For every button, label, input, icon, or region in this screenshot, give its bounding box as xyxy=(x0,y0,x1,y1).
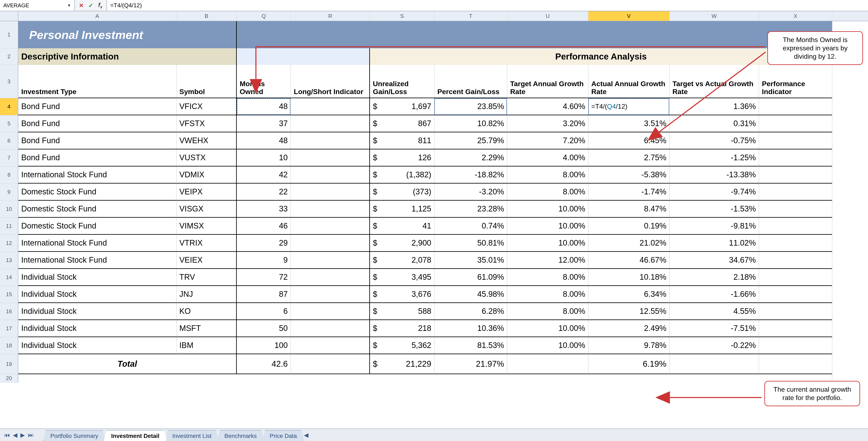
cell-R15[interactable] xyxy=(291,286,370,303)
cell-U16[interactable]: 8.00% xyxy=(507,303,588,320)
cell-U4[interactable]: 4.60% xyxy=(507,98,588,115)
cell-A4[interactable]: Bond Fund xyxy=(18,98,177,115)
cell-T6[interactable]: 25.79% xyxy=(434,133,507,149)
column-header-B[interactable]: B xyxy=(177,11,237,21)
cell-Q14[interactable]: 72 xyxy=(237,269,291,286)
cell-W14[interactable]: 2.18% xyxy=(670,269,759,286)
cell-X12[interactable] xyxy=(759,235,832,252)
cell-Q6[interactable]: 48 xyxy=(237,133,291,149)
cell-W12[interactable]: 11.02% xyxy=(670,235,759,252)
row-header-17[interactable]: 17 xyxy=(0,320,18,337)
cell-S6[interactable]: $811 xyxy=(370,133,434,149)
cell-X10[interactable] xyxy=(759,201,832,218)
cell-B7[interactable]: VUSTX xyxy=(177,149,237,167)
cell-W7[interactable]: -1.25% xyxy=(670,149,759,167)
cell-X6[interactable] xyxy=(759,133,832,149)
column-header-S[interactable]: S xyxy=(370,11,434,21)
cell-S9[interactable]: $(373) xyxy=(370,183,434,201)
sheet-tab-portfolio-summary[interactable]: Portfolio Summary xyxy=(43,430,106,441)
cell-Q7[interactable]: 10 xyxy=(237,149,291,167)
cell-V11[interactable]: 0.19% xyxy=(588,218,670,235)
total-V[interactable]: 6.19% xyxy=(588,354,670,374)
cell-R9[interactable] xyxy=(291,183,370,201)
cell-B8[interactable]: VDMIX xyxy=(177,167,237,183)
cell-A5[interactable]: Bond Fund xyxy=(18,115,177,133)
cell-R7[interactable] xyxy=(291,149,370,167)
row-header-18[interactable]: 18 xyxy=(0,337,18,354)
cell-T7[interactable]: 2.29% xyxy=(434,149,507,167)
cell-B16[interactable]: KO xyxy=(177,303,237,320)
total-U[interactable] xyxy=(507,354,588,374)
cell-V14[interactable]: 10.18% xyxy=(588,269,670,286)
cell-R12[interactable] xyxy=(291,235,370,252)
total-W[interactable] xyxy=(670,354,759,374)
cell-S17[interactable]: $218 xyxy=(370,320,434,337)
name-box-dropdown-icon[interactable]: ▼ xyxy=(67,3,71,8)
cell-T14[interactable]: 61.09% xyxy=(434,269,507,286)
cell-R17[interactable] xyxy=(291,320,370,337)
row-header-4[interactable]: 4 xyxy=(0,98,18,115)
cell-R8[interactable] xyxy=(291,167,370,183)
cell-X7[interactable] xyxy=(759,149,832,167)
cell-V17[interactable]: 2.49% xyxy=(588,320,670,337)
cell-W5[interactable]: 0.31% xyxy=(670,115,759,133)
cell-V6[interactable]: 6.45% xyxy=(588,133,670,149)
cell-V10[interactable]: 8.47% xyxy=(588,201,670,218)
cell-R10[interactable] xyxy=(291,201,370,218)
cell-S15[interactable]: $3,676 xyxy=(370,286,434,303)
cell-R6[interactable] xyxy=(291,133,370,149)
cell-U9[interactable]: 8.00% xyxy=(507,183,588,201)
cell-W17[interactable]: -7.51% xyxy=(670,320,759,337)
tab-nav-prev-icon[interactable]: ◀ xyxy=(13,432,18,439)
cell-A11[interactable]: Domestic Stock Fund xyxy=(18,218,177,235)
cell-T9[interactable]: -3.20% xyxy=(434,183,507,201)
cell-U7[interactable]: 4.00% xyxy=(507,149,588,167)
column-header-V[interactable]: V xyxy=(588,11,670,21)
cell-A15[interactable]: Individual Stock xyxy=(18,286,177,303)
cell-X18[interactable] xyxy=(759,337,832,354)
cancel-icon[interactable]: ✕ xyxy=(78,2,84,9)
row-header-13[interactable]: 13 xyxy=(0,252,18,269)
column-header-A[interactable]: A xyxy=(18,11,177,21)
fx-icon[interactable]: fx xyxy=(97,2,103,9)
row-header-16[interactable]: 16 xyxy=(0,303,18,320)
cell-A7[interactable]: Bond Fund xyxy=(18,149,177,167)
cell-S18[interactable]: $5,362 xyxy=(370,337,434,354)
row-header-14[interactable]: 14 xyxy=(0,269,18,286)
cell-W4[interactable]: 1.36% xyxy=(670,98,759,115)
row-header-12[interactable]: 12 xyxy=(0,235,18,252)
cell-U17[interactable]: 10.00% xyxy=(507,320,588,337)
column-header-W[interactable]: W xyxy=(670,11,759,21)
cell-W11[interactable]: -9.81% xyxy=(670,218,759,235)
cell-R16[interactable] xyxy=(291,303,370,320)
row-header-9[interactable]: 9 xyxy=(0,183,18,201)
sheet-tab-benchmarks[interactable]: Benchmarks xyxy=(217,430,264,441)
cell-B4[interactable]: VFICX xyxy=(177,98,237,115)
row-header-15[interactable]: 15 xyxy=(0,286,18,303)
total-X[interactable] xyxy=(759,354,832,374)
cell-X17[interactable] xyxy=(759,320,832,337)
total-Q[interactable]: 42.6 xyxy=(237,354,291,374)
cell-V13[interactable]: 46.67% xyxy=(588,252,670,269)
cell-V8[interactable]: -5.38% xyxy=(588,167,670,183)
select-all-corner[interactable] xyxy=(0,11,18,21)
cell-Q10[interactable]: 33 xyxy=(237,201,291,218)
cell-T15[interactable]: 45.98% xyxy=(434,286,507,303)
cell-W13[interactable]: 34.67% xyxy=(670,252,759,269)
cell-Q8[interactable]: 42 xyxy=(237,167,291,183)
sheet-tab-price-data[interactable]: Price Data xyxy=(262,430,304,441)
row-header-19[interactable]: 19 xyxy=(0,354,18,374)
cell-Q18[interactable]: 100 xyxy=(237,337,291,354)
cell-S4[interactable]: $1,697 xyxy=(370,98,434,115)
cell-W6[interactable]: -0.75% xyxy=(670,133,759,149)
row-header-5[interactable]: 5 xyxy=(0,115,18,133)
row-header-20[interactable]: 20 xyxy=(0,374,18,383)
cell-V18[interactable]: 9.78% xyxy=(588,337,670,354)
cell-B14[interactable]: TRV xyxy=(177,269,237,286)
cell-V12[interactable]: 21.02% xyxy=(588,235,670,252)
cell-Q5[interactable]: 37 xyxy=(237,115,291,133)
cell-B11[interactable]: VIMSX xyxy=(177,218,237,235)
cell-A9[interactable]: Domestic Stock Fund xyxy=(18,183,177,201)
cell-Q4[interactable]: 48 xyxy=(237,98,291,115)
cell-X4[interactable] xyxy=(759,98,832,115)
